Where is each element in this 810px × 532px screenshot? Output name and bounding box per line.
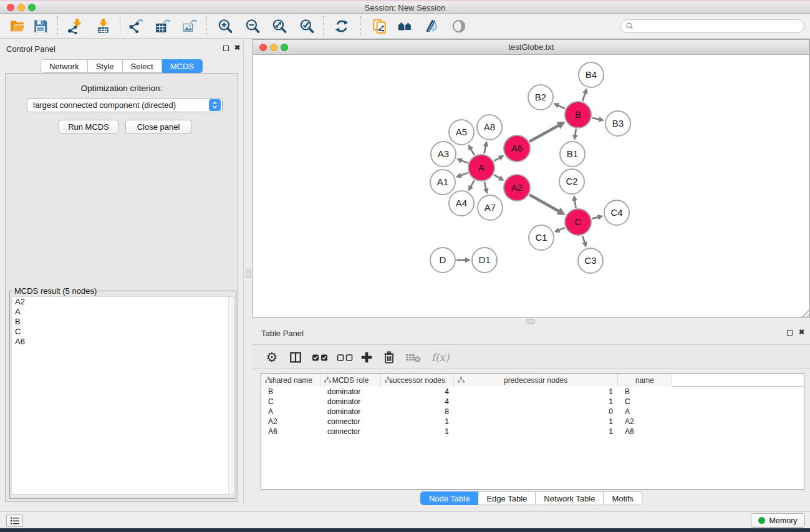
result-item-A6[interactable]: A6 — [12, 337, 234, 347]
sort-icon[interactable] — [265, 377, 272, 383]
edge-A-A1[interactable] — [457, 173, 468, 177]
zoom-out-button[interactable] — [243, 17, 262, 36]
mcds-result-list[interactable]: A2ABCA6 — [11, 296, 234, 495]
application-window: Session: New Session — [0, 0, 810, 532]
tab-motifs[interactable]: Motifs — [604, 491, 642, 505]
column-header-shared-name[interactable]: shared name — [261, 374, 321, 387]
optimization-criterion-label: Optimization criterion: — [6, 84, 238, 93]
table-row[interactable]: Cdominator41C — [261, 397, 804, 407]
column-header-name[interactable]: name — [618, 374, 672, 387]
sort-icon[interactable] — [458, 377, 465, 383]
criterion-dropdown[interactable]: largest connected component (directed) — [27, 98, 223, 112]
edge-A2-C[interactable] — [529, 195, 563, 214]
edge-B-B1[interactable] — [575, 129, 576, 139]
tab-style[interactable]: Style — [88, 59, 123, 73]
edge-A-A8[interactable] — [485, 143, 487, 154]
table-tabs: Node TableEdge TableNetwork TableMotifs — [420, 491, 642, 505]
table-row[interactable]: Adominator80A — [261, 407, 804, 417]
float-table-panel-icon[interactable] — [787, 330, 793, 336]
select-all-button[interactable] — [311, 350, 329, 365]
edge-C-C1[interactable] — [556, 228, 565, 231]
result-item-B[interactable]: B — [12, 317, 234, 327]
deselect-all-button[interactable] — [335, 350, 354, 365]
export-network-button[interactable] — [127, 17, 145, 36]
tab-network-table[interactable]: Network Table — [536, 491, 604, 505]
edge-A6-B[interactable] — [529, 123, 563, 142]
tab-select[interactable]: Select — [123, 59, 162, 73]
edge-C-C3[interactable] — [582, 236, 586, 246]
sort-icon[interactable] — [385, 377, 392, 383]
tab-mcds[interactable]: MCDS — [162, 59, 203, 73]
edge-A-A6[interactable] — [494, 156, 503, 161]
open-session-button[interactable] — [8, 17, 27, 36]
search-icon — [625, 22, 634, 31]
vertical-splitter-handle[interactable] — [246, 269, 251, 278]
table-settings-button[interactable]: ⚙ — [264, 350, 280, 365]
import-network-button[interactable] — [65, 17, 84, 36]
float-panel-icon[interactable] — [223, 46, 229, 51]
show-panels-button[interactable] — [6, 515, 23, 527]
delete-column-button[interactable] — [381, 350, 397, 365]
run-mcds-button[interactable]: Run MCDS — [59, 120, 118, 134]
edge-C-C4[interactable] — [592, 216, 601, 219]
table-cell: A — [618, 407, 672, 417]
edge-C-C2[interactable] — [574, 197, 576, 208]
import-table-button[interactable] — [94, 17, 112, 36]
tab-node-table[interactable]: Node Table — [420, 491, 479, 505]
export-image-button[interactable] — [180, 17, 199, 36]
edge-A-A2[interactable] — [494, 175, 503, 180]
save-session-button[interactable] — [31, 17, 50, 36]
edge-A-A5[interactable] — [469, 146, 475, 155]
sort-icon[interactable] — [324, 377, 331, 383]
export-table-button[interactable] — [153, 17, 172, 36]
node-label-C1: C1 — [535, 232, 547, 243]
table-cell: 1 — [454, 427, 618, 437]
create-column-button[interactable] — [359, 350, 375, 365]
table-cell: 8 — [381, 407, 454, 417]
table-cell: dominator — [321, 397, 381, 407]
table-row[interactable]: A2connector11A2 — [261, 417, 804, 427]
search-input[interactable] — [620, 19, 804, 33]
tab-network[interactable]: Network — [41, 59, 88, 73]
close-table-panel-icon[interactable]: ✖ — [799, 329, 804, 335]
node-table[interactable]: shared nameMCDS rolesuccessor nodesprede… — [261, 373, 804, 490]
tab-edge-table[interactable]: Edge Table — [478, 491, 536, 505]
result-item-A[interactable]: A — [12, 307, 234, 317]
show-columns-button[interactable] — [287, 350, 304, 365]
column-header-successor-nodes[interactable]: successor nodes — [381, 374, 454, 387]
bird-eye-view-button[interactable] — [450, 17, 468, 36]
zoom-fit-button[interactable] — [270, 17, 289, 36]
table-row[interactable]: Bdominator41B — [261, 387, 804, 397]
column-header-MCDS-role[interactable]: MCDS role — [321, 374, 381, 387]
duplicate-network-button[interactable] — [370, 17, 389, 36]
zoom-selected-button[interactable] — [297, 17, 316, 36]
column-header-predecessor-nodes[interactable]: predecessor nodes — [454, 374, 618, 387]
edge-B-B3[interactable] — [592, 118, 603, 120]
network-window-titlebar[interactable]: testGlobe.txt — [253, 40, 809, 55]
table-row[interactable]: A6connector11A6 — [261, 427, 804, 437]
memory-button[interactable]: Memory — [751, 513, 805, 528]
close-panel-button[interactable]: Close panel — [125, 120, 191, 134]
table-tabs-row: Node TableEdge TableNetwork TableMotifs — [253, 491, 810, 505]
home-first-neighbors-button[interactable] — [395, 17, 414, 36]
zoom-in-icon — [217, 18, 233, 34]
edge-A-A3[interactable] — [458, 160, 468, 163]
edge-B-B2[interactable] — [555, 104, 566, 109]
table-toolbar: ⚙ f(x) — [253, 344, 810, 369]
toggle-graphics-details-button[interactable] — [422, 17, 440, 36]
function-builder-button[interactable]: f(x) — [429, 350, 451, 365]
edge-A-A4[interactable] — [469, 180, 475, 190]
network-canvas[interactable]: AA1A2A3A4A5A6A7A8BB1B2B3B4CC1C2C3C4DD1 — [253, 55, 809, 317]
trash-icon — [382, 351, 396, 364]
refresh-layout-button[interactable] — [332, 17, 351, 36]
node-label-B2: B2 — [535, 92, 546, 102]
close-panel-icon[interactable]: ✖ — [234, 45, 240, 51]
result-item-A2[interactable]: A2 — [12, 297, 234, 307]
delete-table-button[interactable] — [404, 350, 423, 365]
horizontal-splitter-handle[interactable] — [526, 319, 535, 324]
zoom-in-button[interactable] — [216, 17, 234, 36]
edge-A-A7[interactable] — [485, 182, 487, 193]
result-item-C[interactable]: C — [12, 327, 234, 337]
scrollbar-track[interactable] — [228, 297, 234, 494]
edge-B-B4[interactable] — [582, 90, 586, 101]
